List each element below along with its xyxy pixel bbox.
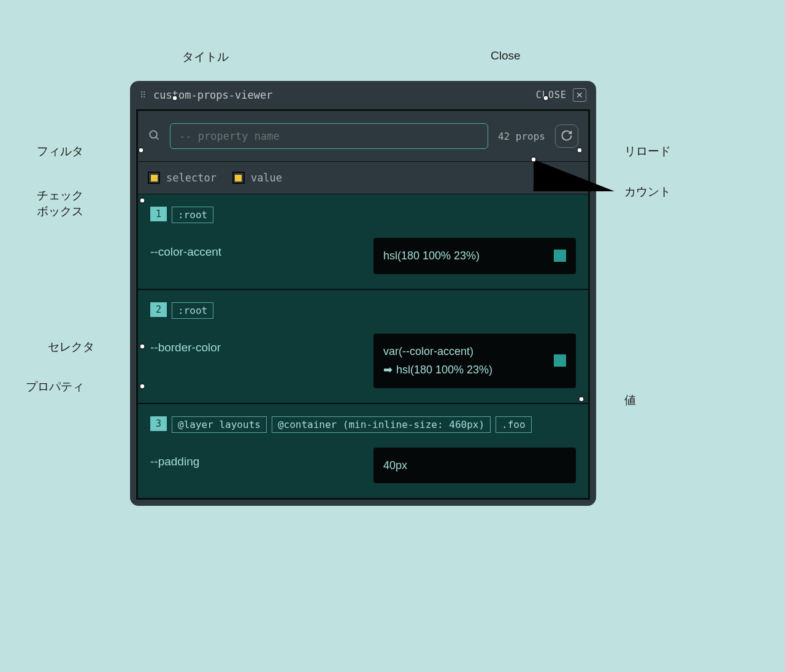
prop-name: --padding (150, 448, 359, 468)
selector-tag: @container (min-inline-size: 460px) (272, 416, 491, 433)
close-icon: ✕ (576, 90, 583, 100)
prop-line: --color-accent hsl(180 100% 23%) (150, 238, 576, 274)
props-count: 42 props (498, 131, 545, 142)
value-text: 40px (383, 456, 566, 475)
dev-panel: ⠿ custom-props-viewer CLOSE ✕ 42 props s… (130, 81, 596, 506)
selector-tag: .foo (496, 416, 532, 433)
value-box: 40px (373, 448, 576, 484)
selector-tag: :root (172, 207, 213, 223)
reload-button[interactable] (555, 124, 578, 148)
prop-row: 2 :root --border-color var(--color-accen… (138, 290, 588, 404)
anno-title: タイトル (182, 49, 229, 65)
value-resolved: hsl(180 100% 23%) (396, 364, 492, 376)
prop-line: --padding 40px (150, 448, 576, 484)
anno-checkbox: チェック ボックス (37, 188, 88, 220)
color-swatch (554, 354, 566, 367)
prop-line: --border-color var(--color-accent) ➡hsl(… (150, 334, 576, 388)
checkbox-icon (232, 172, 245, 184)
titlebar[interactable]: ⠿ custom-props-viewer CLOSE ✕ (130, 81, 596, 109)
selector-line: 3 @layer layouts @container (min-inline-… (150, 416, 576, 433)
row-index: 1 (150, 207, 167, 221)
value-box: var(--color-accent) ➡hsl(180 100% 23%) (373, 334, 576, 388)
close-label: CLOSE (536, 90, 567, 101)
svg-line-1 (156, 137, 159, 140)
arrow-icon: ➡ (383, 364, 392, 376)
reload-icon (561, 129, 573, 143)
prop-name: --border-color (150, 334, 359, 354)
anno-property: プロパティ (26, 379, 89, 395)
value-raw: var(--color-accent) (383, 342, 543, 361)
anno-selector: セレクタ (48, 339, 99, 355)
row-index: 2 (150, 302, 167, 317)
prop-row: 1 :root --color-accent hsl(180 100% 23%) (138, 194, 588, 290)
anno-value: 値 (619, 392, 636, 408)
checkbox-selector[interactable]: selector (148, 172, 216, 184)
prop-name: --color-accent (150, 238, 359, 259)
prop-row: 3 @layer layouts @container (min-inline-… (138, 404, 588, 498)
panel-title: custom-props-viewer (153, 89, 536, 101)
selector-line: 1 :root (150, 207, 576, 223)
anno-reload: リロード (619, 143, 671, 159)
search-icon (148, 129, 160, 143)
value-box: hsl(180 100% 23%) (373, 238, 576, 274)
color-swatch (554, 250, 566, 262)
panel-body: 42 props selector value 1 :root (136, 109, 590, 500)
checkbox-icon (148, 172, 160, 184)
value-text: hsl(180 100% 23%) (383, 246, 543, 265)
value-text: var(--color-accent) ➡hsl(180 100% 23%) (383, 342, 543, 380)
checkbox-row: selector value (138, 162, 588, 194)
props-list: 1 :root --color-accent hsl(180 100% 23%)… (138, 194, 588, 498)
toolbar: 42 props (138, 111, 588, 162)
checkbox-label: selector (166, 172, 216, 184)
row-index: 3 (150, 416, 167, 431)
anno-close: Close (491, 49, 521, 63)
selector-line: 2 :root (150, 302, 576, 319)
anno-filter: フィルタ (37, 143, 88, 159)
anno-count: カウント (619, 184, 671, 200)
selector-tag: :root (172, 302, 213, 319)
search-input[interactable] (170, 123, 488, 149)
close-button[interactable]: ✕ (573, 88, 586, 102)
checkbox-value[interactable]: value (232, 172, 282, 184)
checkbox-label: value (251, 172, 282, 184)
svg-point-0 (150, 131, 157, 138)
selector-tag: @layer layouts (172, 416, 267, 433)
drag-handle-icon[interactable]: ⠿ (140, 90, 147, 100)
